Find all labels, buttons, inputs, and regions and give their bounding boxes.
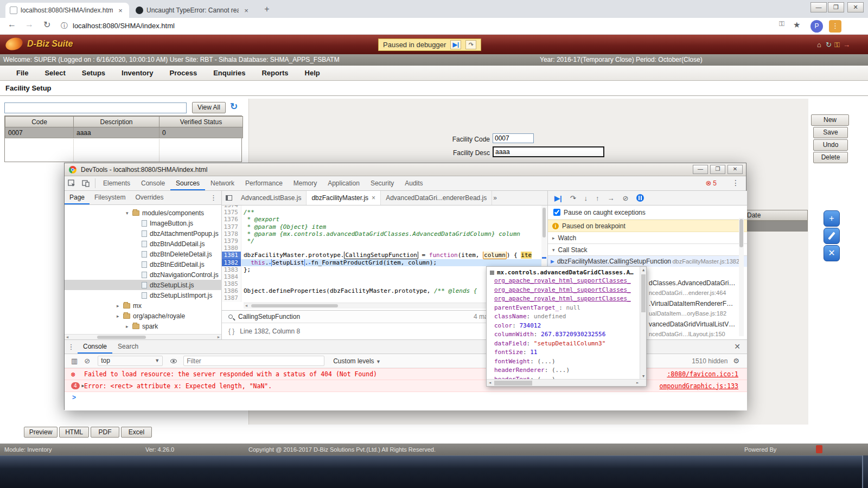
console-settings-icon[interactable]: ⚙ — [733, 357, 739, 365]
new-tab-button[interactable]: + — [260, 4, 273, 15]
tab-close-icon[interactable]: × — [116, 7, 125, 15]
line-number[interactable]: 1375 — [222, 209, 241, 216]
tree-arrow-icon[interactable]: ▸ — [117, 313, 123, 319]
pretty-print-icon[interactable]: { } — [228, 328, 234, 335]
callstack-active-frame[interactable]: ▶ dbzFacilityMaster.CallingSetupFunction… — [548, 256, 747, 267]
editor-tab-AdvancedDataGri...endererBead.js[interactable]: AdvancedDataGri...endererBead.js — [381, 191, 492, 205]
navigator-tab-filesystem[interactable]: Filesystem — [90, 191, 130, 204]
popup-property[interactable]: color: 734012 — [487, 322, 646, 331]
devtools-tab-application[interactable]: Application — [322, 176, 365, 190]
code-line-1380[interactable]: 1380 — [222, 245, 547, 252]
html-button[interactable]: HTML — [59, 427, 89, 438]
more-tabs-icon[interactable]: » — [493, 191, 497, 205]
navigator-tab-page[interactable]: Page — [65, 191, 90, 204]
new-button[interactable]: New — [811, 114, 849, 126]
console-sidebar-icon[interactable]: ▥ — [71, 357, 78, 365]
window-close-button[interactable]: ✕ — [847, 2, 864, 12]
tree-file-ImageButton.js[interactable]: ImageButton.js — [65, 218, 222, 228]
preview-button[interactable]: Preview — [24, 427, 58, 438]
console-filter-input[interactable] — [183, 356, 324, 366]
line-number[interactable]: 1387 — [222, 294, 241, 301]
menu-select[interactable]: Select — [44, 69, 65, 77]
close-tab-icon[interactable]: × — [372, 191, 375, 205]
address-bar[interactable]: localhost:8080/SHMA/index.html — [73, 22, 175, 30]
list-column-header[interactable]: Verified Status — [159, 117, 243, 127]
devtools-titlebar[interactable]: DevTools - localhost:8080/SHMA/index.htm… — [65, 163, 746, 176]
line-number[interactable]: 1377 — [222, 223, 241, 230]
step-over-button[interactable]: ↷ — [465, 40, 476, 49]
search-input[interactable] — [4, 102, 187, 113]
line-number[interactable]: 1386 — [222, 287, 241, 294]
scrollbar-thumb[interactable] — [494, 381, 532, 386]
code-line-1377[interactable]: 1377 * @param {Object} item — [222, 223, 547, 230]
navigator-horizontal-scrollbar[interactable]: ◄ ► — [65, 334, 221, 339]
popup-property[interactable]: fontWeight: (...) — [487, 358, 646, 367]
line-number[interactable]: 1378 — [222, 230, 241, 237]
scroll-left-icon[interactable]: ◄ — [244, 303, 249, 309]
delete-row-button[interactable]: ✕ — [824, 245, 840, 261]
tab-close-icon[interactable]: × — [242, 7, 251, 15]
devtools-tab-sources[interactable]: Sources — [170, 176, 205, 190]
breakpoint-gutter[interactable]: 1382 — [222, 259, 241, 266]
popup-property[interactable]: columnWidth: 267.83720930232556 — [487, 331, 646, 340]
line-number[interactable]: 1385 — [222, 280, 241, 287]
code-line-1376[interactable]: 1376 * @export — [222, 216, 547, 223]
device-toolbar-icon[interactable] — [79, 176, 93, 190]
detail-grid-selected-row[interactable] — [742, 221, 808, 232]
popup-vertical-scrollbar[interactable]: ▲ ▼ — [640, 267, 646, 380]
code-line-1382[interactable]: 1382 this.▸SetupList.▸fn_FormatProductGr… — [222, 259, 547, 266]
tree-folder-mx[interactable]: ▸mx — [65, 300, 222, 311]
error-count-badge[interactable]: ⊗5 — [705, 179, 717, 187]
menu-help[interactable]: Help — [305, 69, 320, 77]
close-drawer-icon[interactable]: ✕ — [727, 340, 747, 354]
reload-icon[interactable]: ↻ — [43, 20, 50, 30]
list-row[interactable]: 0007aaaa0 — [5, 127, 243, 138]
devtools-tab-memory[interactable]: Memory — [288, 176, 322, 190]
menu-inventory[interactable]: Inventory — [122, 69, 154, 77]
source-link[interactable]: :8080/favicon.ico:1 — [667, 370, 747, 378]
console-tab-search[interactable]: Search — [112, 340, 144, 354]
editor-tab-dbzFacilityMaster.js[interactable]: dbzFacilityMaster.js× — [307, 191, 381, 205]
line-number[interactable]: 1379 — [222, 237, 241, 245]
tree-arrow-icon[interactable]: ▸ — [126, 324, 132, 329]
resume-icon[interactable]: ▶| — [554, 194, 562, 202]
edit-row-button[interactable] — [824, 228, 840, 244]
popup-property[interactable]: org_apache_royale_html_supportClasses_ — [487, 295, 646, 304]
tree-file-dbzSetupList.js[interactable]: dbzSetupList.js — [65, 280, 222, 290]
popup-property[interactable]: org_apache_royale_html_supportClasses_ — [487, 277, 646, 286]
tree-file-dbzSetupListImport.js[interactable]: dbzSetupListImport.js — [65, 290, 222, 300]
devtools-tab-security[interactable]: Security — [365, 176, 399, 190]
line-number[interactable]: 1376 — [222, 216, 241, 223]
tree-arrow-icon[interactable]: ▸ — [117, 303, 123, 309]
profile-avatar[interactable]: P — [810, 20, 823, 33]
breakpoint-gutter[interactable]: 1381 — [222, 252, 241, 259]
popup-property[interactable]: className: undefined — [487, 313, 646, 322]
save-button[interactable]: Save — [813, 127, 848, 138]
browser-tab[interactable]: localhost:8080/SHMA/index.html× — [5, 3, 129, 18]
drawer-menu-icon[interactable]: ⋮ — [65, 340, 78, 354]
devtools-maximize-button[interactable]: ❐ — [710, 165, 725, 174]
step-icon[interactable]: → — [608, 194, 615, 202]
code-line-1375[interactable]: 1375/** — [222, 209, 547, 216]
view-all-button[interactable]: View All — [192, 102, 226, 113]
refresh-page-icon[interactable]: ↻ — [826, 41, 832, 49]
log-levels-dropdown[interactable]: Custom levels ▼ — [333, 357, 381, 365]
show-desktop-button[interactable] — [862, 455, 868, 488]
toggle-navigator-icon[interactable] — [222, 191, 236, 205]
line-number[interactable]: 1384 — [222, 273, 241, 280]
menu-setups[interactable]: Setups — [82, 69, 105, 77]
menu-process[interactable]: Process — [170, 69, 197, 77]
devtools-close-button[interactable]: ✕ — [727, 165, 743, 174]
devtools-tab-elements[interactable]: Elements — [98, 176, 136, 190]
deactivate-breakpoints-icon[interactable]: ⊘ — [623, 194, 629, 202]
source-link[interactable]: ompoundGraphic.js:133 — [660, 382, 747, 390]
context-selector[interactable]: top▼ — [98, 356, 163, 366]
popup-property[interactable]: org_apache_royale_html_supportClasses_ — [487, 286, 646, 296]
find-query[interactable]: CallingSetupFunction — [238, 313, 300, 320]
debugger-scrollbar[interactable] — [739, 218, 744, 336]
key-icon[interactable]: ⚿ — [779, 20, 784, 28]
tree-arrow-icon[interactable]: ▾ — [126, 210, 132, 216]
navigator-tab-overrides[interactable]: Overrides — [130, 191, 168, 204]
devtools-minimize-button[interactable]: — — [693, 165, 708, 174]
watch-section-header[interactable]: ▸ Watch — [548, 232, 747, 244]
